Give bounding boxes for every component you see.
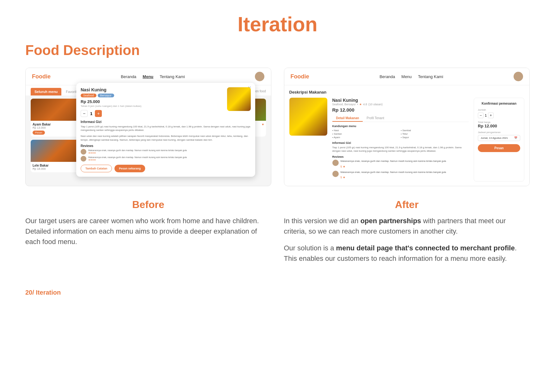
modal-review-1: Makanannya enak, rasanya gurih dan manta… (81, 149, 251, 155)
after-mockup: Foodie Beranda Menu Tentang Kami Deskrip… (284, 68, 530, 186)
after-reviewer-1 (332, 160, 339, 166)
after-reviews-count: (10 ulasan) (368, 103, 383, 106)
confirm-schedule-label: Jadwal pengantaran (478, 131, 520, 134)
kandungan-grid: • Nasi • Sambal • Santan • Telur • Ayam … (332, 129, 469, 139)
before-description: Our target users are career women who wo… (25, 216, 271, 247)
after-info-title: Informasi Gizi (332, 141, 469, 144)
nav-tentang-before[interactable]: Tentang Kami (160, 74, 185, 79)
modal-price: Rp 25.000 (81, 99, 222, 104)
confirm-qty-row: − 1 + (478, 113, 520, 118)
review-stars-2: ★★★★ (88, 159, 187, 161)
tab-seluruh[interactable]: Seluruh menu (31, 88, 61, 95)
after-detail-tabs: Detail Makanan Profil Tenant (332, 115, 469, 122)
qty-number: 1 (90, 111, 92, 116)
review-text-1: Makanannya enak, rasanya gurih dan manta… (88, 149, 187, 152)
nav-beranda-before[interactable]: Beranda (121, 74, 136, 79)
after-stars-2: 5 ★ (341, 176, 346, 179)
after-nav: Foodie Beranda Menu Tentang Kami (284, 68, 530, 85)
order-ayam-btn[interactable]: Pesan (33, 131, 45, 135)
after-label: After (284, 199, 530, 211)
modal-qty-control: − 1 + (81, 110, 222, 117)
after-food-category: Seafood, Bersayur (332, 103, 356, 106)
pesan-sekarang-btn[interactable]: Pesan sekarang (114, 165, 145, 172)
after-food-img (289, 98, 327, 136)
after-reviewer-2 (332, 171, 339, 177)
confirm-title: Konfirmasi pemesanan (478, 102, 520, 105)
confirm-total-label: Total harga (478, 121, 520, 124)
after-section: After In this version we did an open par… (284, 199, 530, 270)
after-rating: 4.8 (363, 103, 367, 106)
page-title: Iteration (0, 0, 555, 39)
after-review-text-2: Makanannya enak, rasanya gurih dan manta… (341, 171, 446, 174)
tambah-catatan-btn[interactable]: Tambah Catatan (81, 165, 112, 172)
mockup-row: Foodie Beranda Menu Tentang Kami Seluruh… (0, 68, 555, 186)
kandungan-sayur: • Sayur (401, 136, 469, 139)
bottom-row: Before Our target users are career women… (0, 199, 555, 270)
before-logo: Foodie (32, 73, 51, 80)
tag-seafood: Seafood (81, 94, 96, 97)
after-review-text-1: Makanannya enak, rasanya gurih dan manta… (341, 160, 446, 163)
confirm-order-btn[interactable]: Pesan (478, 144, 520, 152)
after-reviews-title: Reviews (332, 155, 469, 158)
tab-detail-makanan[interactable]: Detail Makanan (332, 115, 363, 122)
confirm-date: Jumat, 13 Agustus 2021 (481, 137, 508, 139)
confirm-qty-label: Jumlah (478, 108, 520, 111)
tag-bersayur: Bersayur (98, 94, 114, 97)
favorite-jamur[interactable]: ♥ (262, 123, 264, 126)
star-icon: ★ (359, 103, 362, 106)
kandungan-nasi: • Nasi (332, 129, 400, 132)
after-description-1: In this version we did an open partnersh… (284, 216, 530, 236)
review-stars-1: ★★★★ (88, 152, 187, 154)
confirm-total-price: Rp 12.000 (478, 124, 520, 128)
after-food-details: Nasi Kuning Seafood, Bersayur • ★ 4.8 (1… (332, 98, 469, 181)
confirm-minus-btn[interactable]: − (478, 113, 484, 118)
confirm-panel: Konfirmasi pemesanan Jumlah − 1 + Total … (474, 98, 524, 181)
bold-menu-detail: menu detail page that's connected to mer… (336, 244, 515, 252)
after-stars-1: 5 ★ (341, 165, 346, 168)
nav-menu-after[interactable]: Menu (401, 74, 412, 79)
confirm-date-row: Jumat, 13 Agustus 2021 📅 (478, 135, 520, 141)
tab-profil-tenant[interactable]: Profil Tenant (363, 115, 388, 122)
after-food-meta: Seafood, Bersayur • ★ 4.8 (10 ulasan) (332, 103, 469, 106)
before-section: Before Our target users are career women… (25, 199, 271, 270)
review-text-2: Makanannya enak, rasanya gurih dan manta… (88, 156, 187, 159)
after-info-text: Tiap 1 porsi (105 gr) nasi kuning mengan… (332, 146, 469, 153)
after-main-layout: Nasi Kuning Seafood, Bersayur • ★ 4.8 (1… (289, 98, 525, 181)
kandungan-telur: • Telur (401, 132, 469, 135)
reviewer-avatar-2 (81, 156, 86, 162)
modal-info-text2: Nasi uduk dan nasi kuning adalah pilihan… (81, 134, 251, 141)
modal-tags: Seafood Bersayur (81, 94, 222, 97)
modal-price-note: Tahan 6 jam (suhu ruangan) dan 1 hari (d… (81, 105, 222, 107)
reviewer-avatar-1 (81, 149, 86, 155)
confirm-plus-btn[interactable]: + (488, 113, 494, 118)
food-detail-modal: ✕ Nasi Kuning Seafood Bersayur Rp 25.000… (76, 83, 255, 177)
modal-food-name: Nasi Kuning (81, 87, 222, 92)
after-logo: Foodie (291, 73, 309, 80)
kandungan-santan: • Santan (332, 132, 400, 135)
qty-plus-btn[interactable]: + (95, 110, 102, 117)
nav-beranda-after[interactable]: Beranda (379, 74, 395, 79)
before-mockup: Foodie Beranda Menu Tentang Kami Seluruh… (25, 68, 271, 186)
after-review-2: Makanannya enak, rasanya gurih dan manta… (332, 171, 469, 180)
after-food-name: Nasi Kuning (332, 98, 469, 103)
modal-info-text: Tiap 1 porsi (105 gr) nasi kuning mengan… (81, 125, 251, 132)
kandungan-ayam: • Ayam (332, 136, 400, 139)
after-avatar (514, 72, 523, 81)
after-food-price: Rp 12.000 (332, 107, 469, 113)
after-content: Deskripsi Makanan Nasi Kuning Seafood, B… (284, 85, 530, 186)
after-nav-links: Beranda Menu Tentang Kami (379, 74, 443, 79)
after-description-2: Our solution is a menu detail page that'… (284, 243, 530, 264)
before-label: Before (25, 199, 271, 211)
before-nav-links: Beranda Menu Tentang Kami (121, 74, 185, 79)
nav-menu-before[interactable]: Menu (143, 74, 153, 79)
modal-actions: Tambah Catatan Pesan sekarang (81, 165, 251, 172)
confirm-qty-num: 1 (485, 113, 487, 117)
nav-tentang-after[interactable]: Tentang Kami (418, 74, 443, 79)
calendar-icon: 📅 (514, 137, 517, 139)
after-review-1: Makanannya enak, rasanya gurih dan manta… (332, 160, 469, 169)
modal-info-title: Informasi Gizi (81, 120, 251, 124)
before-avatar (255, 72, 264, 81)
after-section-title: Deskripsi Makanan (289, 90, 525, 95)
qty-minus-btn[interactable]: − (81, 110, 88, 117)
page-footer: 20/ Iteration (0, 283, 555, 303)
